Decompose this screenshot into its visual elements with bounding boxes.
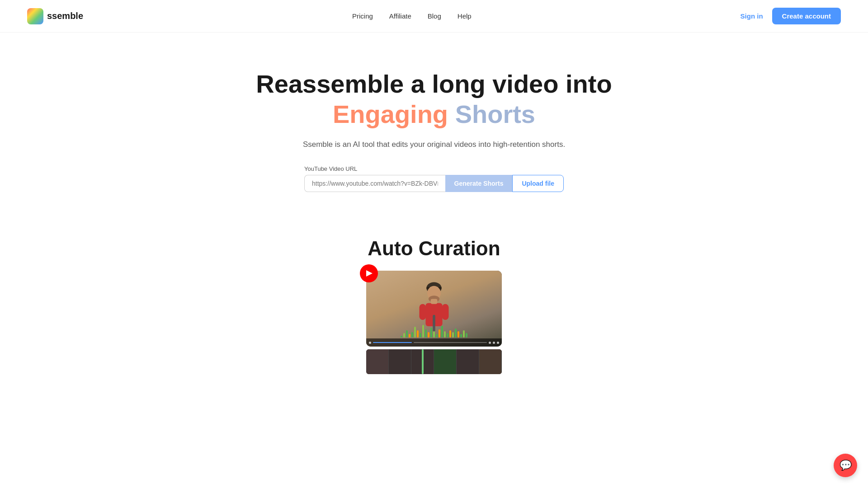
settings-icon (493, 342, 495, 344)
video-wrapper (366, 271, 502, 374)
hero-headline: Reassemble a long video into Engaging Sh… (9, 69, 859, 129)
logo-link[interactable]: ssemble (27, 8, 83, 24)
wave-bar (425, 329, 427, 338)
trim-handle[interactable] (422, 349, 424, 374)
wave-bar (433, 331, 435, 338)
thumb-4 (434, 349, 457, 374)
volume-icon (489, 342, 491, 344)
svg-rect-7 (431, 299, 438, 304)
curation-section: Auto Curation (0, 219, 868, 385)
wave-bar (458, 331, 459, 338)
progress-track (414, 342, 487, 343)
video-controls-bar[interactable] (366, 338, 502, 347)
wave-bar (422, 325, 424, 338)
wave-bar (439, 329, 440, 338)
svg-rect-6 (442, 304, 449, 320)
wave-bar (460, 334, 462, 338)
wave-bar (436, 334, 438, 338)
nav-actions: Sign in Create account (741, 8, 841, 24)
wave-bar (466, 333, 467, 338)
url-input-row: Generate Shorts Upload file (304, 175, 564, 192)
nav-help[interactable]: Help (458, 12, 472, 20)
audio-waveform (366, 324, 502, 338)
wave-bar (452, 332, 454, 338)
wave-bar (417, 330, 419, 338)
wave-bar (401, 336, 402, 338)
wave-bar (449, 330, 451, 338)
sign-in-button[interactable]: Sign in (741, 12, 763, 20)
wave-bar (420, 333, 421, 338)
url-section: YouTube Video URL Generate Shorts Upload… (9, 165, 859, 192)
play-triangle-icon (366, 270, 373, 277)
wave-bar (447, 333, 448, 338)
wave-bar (455, 328, 457, 338)
headline-engaging: Engaging (333, 100, 448, 128)
wave-bar (411, 332, 413, 338)
wave-bar (403, 333, 405, 338)
wave-bar (428, 332, 429, 338)
logo-text: ssemble (47, 11, 83, 21)
wave-bar (430, 328, 432, 338)
upload-file-button[interactable]: Upload file (512, 175, 564, 192)
wave-bar (414, 327, 416, 338)
youtube-url-input[interactable] (304, 175, 445, 192)
url-label: YouTube Video URL (304, 165, 357, 172)
hero-subtext: Ssemble is an AI tool that edits your or… (9, 140, 859, 149)
hero-section: Reassemble a long video into Engaging Sh… (0, 33, 868, 219)
progress-filled (373, 342, 412, 343)
fullscreen-icon (497, 342, 499, 344)
wave-bar (463, 330, 465, 338)
headline-shorts: Shorts (455, 100, 535, 128)
headline-prefix: Reassemble a long video into (256, 70, 612, 98)
curation-title: Auto Curation (9, 237, 859, 260)
thumbnail-strip (366, 349, 502, 374)
generate-shorts-button[interactable]: Generate Shorts (445, 175, 513, 192)
play-pause-icon (369, 342, 371, 344)
thumb-2 (389, 349, 411, 374)
wave-bar (409, 334, 410, 338)
navbar: ssemble Pricing Affiliate Blog Help Sign… (0, 0, 868, 33)
thumb-3 (411, 349, 434, 374)
wave-bar (444, 331, 446, 338)
wave-bar (441, 326, 443, 338)
create-account-button[interactable]: Create account (772, 8, 841, 24)
nav-affiliate[interactable]: Affiliate (389, 12, 411, 20)
logo-icon (27, 8, 43, 24)
thumb-5 (457, 349, 479, 374)
nav-pricing[interactable]: Pricing (352, 12, 373, 20)
nav-links: Pricing Affiliate Blog Help (352, 12, 472, 20)
svg-rect-5 (420, 304, 426, 320)
video-thumbnail (366, 271, 502, 347)
video-player[interactable] (366, 271, 502, 347)
nav-blog[interactable]: Blog (428, 12, 441, 20)
thumb-1 (366, 349, 389, 374)
wave-bar (406, 330, 408, 338)
thumb-6 (479, 349, 502, 374)
